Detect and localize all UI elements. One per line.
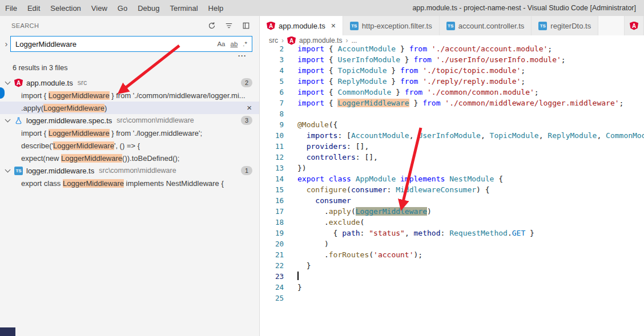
menu-help[interactable]: Help	[203, 0, 229, 16]
code-token: AccountModule	[351, 131, 409, 140]
search-match-row[interactable]: import { LoggerMiddleware } from './comm…	[0, 89, 259, 102]
code-text[interactable]: import { ReplyModule } from './reply/rep…	[284, 76, 644, 87]
menu-edit[interactable]: Edit	[22, 0, 45, 16]
dismiss-match-icon[interactable]: ×	[247, 104, 252, 112]
line-number: 17	[260, 206, 284, 217]
code-text[interactable]: .apply(LoggerMiddleware)	[284, 206, 644, 217]
clear-results-icon[interactable]	[224, 21, 234, 31]
code-token	[418, 77, 422, 86]
match-segment: } from './common/middleware/logger.mi...	[110, 91, 245, 100]
code-token: ) {	[476, 185, 489, 194]
line-number: 5	[260, 76, 284, 87]
code-text[interactable]: import { TopicModule } from './topic/top…	[284, 65, 644, 76]
code-text[interactable]: )	[284, 238, 644, 249]
code-text[interactable]	[284, 271, 644, 282]
code-text[interactable]: .forRoutes('account');	[284, 249, 644, 260]
search-match-row[interactable]: .apply(LoggerMiddleware)×	[0, 102, 259, 114]
code-token	[297, 196, 315, 205]
chevron-down-icon[interactable]	[5, 167, 11, 173]
code-token: }	[409, 99, 422, 107]
code-text[interactable]	[284, 108, 644, 119]
tab-account-controller-ts[interactable]: TSaccount.controller.ts	[440, 16, 532, 35]
code-text[interactable]: import { AccountModule } from './account…	[284, 46, 644, 54]
file-name: logger.middleware.ts	[26, 167, 94, 175]
code-text[interactable]: }	[284, 260, 644, 271]
menu-go[interactable]: Go	[112, 0, 132, 16]
angular-icon: A	[267, 22, 275, 30]
code-line: 16 consumer	[260, 195, 644, 206]
menu-view[interactable]: View	[86, 0, 112, 16]
toggle-search-details-button[interactable]: ···	[238, 53, 247, 61]
file-path: src\common\middleware	[116, 116, 194, 124]
file-name: app.module.ts	[26, 79, 73, 87]
search-box[interactable]: Aa ab .*	[10, 36, 252, 52]
match-segment: .apply(	[21, 104, 43, 112]
line-number: 13	[260, 163, 284, 173]
code-editor[interactable]: 2import { AccountModule } from './accoun…	[260, 46, 644, 336]
chevron-down-icon[interactable]	[5, 79, 11, 85]
menu-file[interactable]: File	[0, 0, 22, 16]
line-number: 6	[260, 87, 284, 98]
match-highlight: LoggerMiddleware	[49, 129, 110, 137]
search-input[interactable]	[15, 40, 214, 48]
code-token: UserInfoModule	[418, 131, 481, 140]
tab-app-module-ts[interactable]: Aapp.module.ts×	[260, 16, 343, 35]
line-number: 15	[260, 184, 284, 195]
results-summary: 6 results in 3 files	[0, 61, 259, 76]
breadcrumb-item[interactable]: app.module.ts	[299, 37, 342, 44]
menu-selection[interactable]: Selection	[45, 0, 86, 16]
regex-icon[interactable]: .*	[240, 39, 249, 48]
toggle-replace-icon[interactable]: ›	[2, 40, 10, 48]
menu-terminal[interactable]: Terminal	[164, 0, 203, 16]
breadcrumb-item[interactable]: src	[269, 37, 278, 44]
search-match-row[interactable]: expect(new LoggerMiddleware()).toBeDefin…	[0, 152, 259, 164]
whole-word-icon[interactable]: ab	[228, 39, 240, 48]
file-row[interactable]: TSlogger.middleware.tssrc\common\middlew…	[0, 164, 259, 177]
match-case-icon[interactable]: Aa	[215, 39, 227, 48]
match-segment: import {	[21, 129, 49, 137]
tab-regiterdto-ts[interactable]: TSregiterDto.ts	[532, 16, 598, 35]
search-match-row[interactable]: export class LoggerMiddleware implements…	[0, 177, 259, 189]
close-tab-icon[interactable]: ×	[331, 21, 336, 30]
breadcrumb-separator: ›	[345, 37, 348, 44]
code-text[interactable]: @Module({	[284, 119, 644, 130]
typescript-icon: TS	[446, 22, 455, 30]
chevron-down-icon[interactable]	[5, 117, 11, 123]
file-row[interactable]: Aapp.module.tssrc2	[0, 76, 259, 89]
code-text[interactable]: configure(consumer: MiddlewareConsumer) …	[284, 184, 644, 195]
code-text[interactable]: consumer	[284, 195, 644, 206]
line-number: 2	[260, 46, 284, 54]
search-match-row[interactable]: import { LoggerMiddleware } from './logg…	[0, 127, 259, 139]
refresh-icon[interactable]	[207, 21, 217, 31]
tab-http-exception-filter-ts[interactable]: TShttp-exception.filter.ts	[343, 16, 440, 35]
code-text[interactable]: .exclude(	[284, 217, 644, 228]
code-text[interactable]: providers: [],	[284, 141, 644, 152]
open-in-editor-icon[interactable]	[241, 21, 251, 31]
code-token: }	[387, 77, 400, 86]
code-text[interactable]: import { CommonModule } from './common/c…	[284, 87, 644, 98]
file-row[interactable]: logger.middleware.spec.tssrc\common\midd…	[0, 114, 259, 127]
status-corner	[0, 327, 15, 336]
code-text[interactable]: export class AppModule implements NestMo…	[284, 173, 644, 184]
code-text[interactable]: import { UserInfoModule } from './userIn…	[284, 54, 644, 65]
code-token: ;	[534, 88, 539, 96]
code-token: consumer	[351, 185, 387, 194]
sidebar-header: SEARCH	[0, 16, 259, 35]
code-text[interactable]: { path: "status", method: RequestMethod.…	[284, 228, 644, 238]
code-text[interactable]	[284, 293, 644, 303]
code-text[interactable]: controllers: [],	[284, 152, 644, 163]
code-text[interactable]: }	[284, 282, 644, 293]
code-text[interactable]: imports: [AccountModule, UserInfoModule,…	[284, 130, 644, 141]
code-token: import	[297, 99, 324, 107]
code-token: }	[396, 46, 409, 53]
line-number: 21	[260, 249, 284, 260]
menu-debug[interactable]: Debug	[132, 0, 164, 16]
tab-partial[interactable]: A	[624, 16, 644, 35]
code-token	[427, 46, 432, 53]
search-match-row[interactable]: describe('LoggerMiddleware', () => {	[0, 139, 259, 152]
line-number: 23	[260, 271, 284, 282]
code-text[interactable]: import { LoggerMiddleware } from './comm…	[284, 98, 644, 108]
breadcrumb-item[interactable]: ...	[351, 37, 357, 44]
code-token: {	[324, 66, 337, 75]
code-text[interactable]: })	[284, 163, 644, 173]
